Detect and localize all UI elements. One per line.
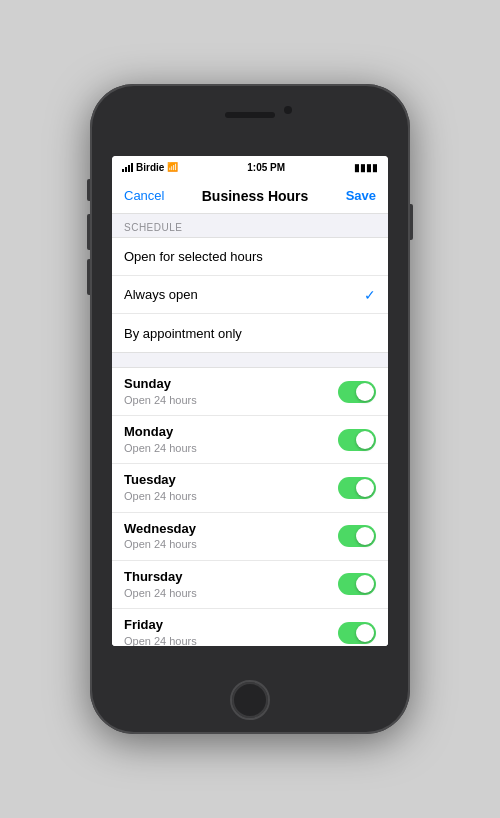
day-info-tuesday: Tuesday Open 24 hours bbox=[124, 472, 197, 503]
spacer-1 bbox=[112, 353, 388, 367]
day-row-monday[interactable]: Monday Open 24 hours bbox=[112, 416, 388, 464]
day-row-wednesday[interactable]: Wednesday Open 24 hours bbox=[112, 513, 388, 561]
day-hours-friday: Open 24 hours bbox=[124, 634, 197, 646]
day-name-sunday: Sunday bbox=[124, 376, 197, 393]
phone-screen: Birdie 📶 1:05 PM ▮▮▮▮ Cancel Business Ho… bbox=[112, 156, 388, 646]
toggle-monday[interactable] bbox=[338, 429, 376, 451]
list-item-open-selected[interactable]: Open for selected hours bbox=[112, 238, 388, 276]
status-left: Birdie 📶 bbox=[122, 162, 178, 173]
always-open-checkmark: ✓ bbox=[364, 287, 376, 303]
page-title: Business Hours bbox=[202, 188, 309, 204]
day-row-thursday[interactable]: Thursday Open 24 hours bbox=[112, 561, 388, 609]
carrier-label: Birdie bbox=[136, 162, 164, 173]
mute-button bbox=[87, 179, 90, 201]
screen-content: SCHEDULE Open for selected hours Always … bbox=[112, 214, 388, 646]
day-name-wednesday: Wednesday bbox=[124, 521, 197, 538]
day-info-friday: Friday Open 24 hours bbox=[124, 617, 197, 646]
schedule-section-label: SCHEDULE bbox=[112, 214, 388, 237]
day-hours-wednesday: Open 24 hours bbox=[124, 537, 197, 551]
day-row-tuesday[interactable]: Tuesday Open 24 hours bbox=[112, 464, 388, 512]
status-bar: Birdie 📶 1:05 PM ▮▮▮▮ bbox=[112, 156, 388, 178]
phone-device: Birdie 📶 1:05 PM ▮▮▮▮ Cancel Business Ho… bbox=[90, 84, 410, 734]
day-name-friday: Friday bbox=[124, 617, 197, 634]
day-name-thursday: Thursday bbox=[124, 569, 197, 586]
list-item-always-open[interactable]: Always open ✓ bbox=[112, 276, 388, 314]
list-item-by-appointment[interactable]: By appointment only bbox=[112, 314, 388, 352]
phone-camera bbox=[284, 106, 292, 114]
volume-down-button bbox=[87, 259, 90, 295]
day-hours-sunday: Open 24 hours bbox=[124, 393, 197, 407]
save-button[interactable]: Save bbox=[346, 188, 376, 203]
day-info-monday: Monday Open 24 hours bbox=[124, 424, 197, 455]
toggle-tuesday[interactable] bbox=[338, 477, 376, 499]
toggle-friday[interactable] bbox=[338, 622, 376, 644]
toggle-sunday[interactable] bbox=[338, 381, 376, 403]
time-label: 1:05 PM bbox=[247, 162, 285, 173]
schedule-options-group: Open for selected hours Always open ✓ By… bbox=[112, 237, 388, 353]
day-info-wednesday: Wednesday Open 24 hours bbox=[124, 521, 197, 552]
cancel-button[interactable]: Cancel bbox=[124, 188, 164, 203]
side-button-right bbox=[410, 204, 413, 240]
day-name-monday: Monday bbox=[124, 424, 197, 441]
toggle-thursday[interactable] bbox=[338, 573, 376, 595]
always-open-label: Always open bbox=[124, 287, 198, 302]
day-name-tuesday: Tuesday bbox=[124, 472, 197, 489]
phone-speaker bbox=[225, 112, 275, 118]
day-row-sunday[interactable]: Sunday Open 24 hours bbox=[112, 368, 388, 416]
day-row-friday[interactable]: Friday Open 24 hours bbox=[112, 609, 388, 646]
status-right: ▮▮▮▮ bbox=[354, 162, 378, 173]
open-selected-label: Open for selected hours bbox=[124, 249, 263, 264]
by-appointment-label: By appointment only bbox=[124, 326, 242, 341]
day-info-thursday: Thursday Open 24 hours bbox=[124, 569, 197, 600]
signal-icon bbox=[122, 163, 133, 172]
home-button[interactable] bbox=[230, 680, 270, 720]
day-info-sunday: Sunday Open 24 hours bbox=[124, 376, 197, 407]
day-hours-thursday: Open 24 hours bbox=[124, 586, 197, 600]
nav-bar: Cancel Business Hours Save bbox=[112, 178, 388, 214]
day-hours-tuesday: Open 24 hours bbox=[124, 489, 197, 503]
day-hours-monday: Open 24 hours bbox=[124, 441, 197, 455]
wifi-icon: 📶 bbox=[167, 162, 178, 172]
battery-icon: ▮▮▮▮ bbox=[354, 162, 378, 173]
volume-up-button bbox=[87, 214, 90, 250]
toggle-wednesday[interactable] bbox=[338, 525, 376, 547]
days-group: Sunday Open 24 hours Monday Open 24 hour… bbox=[112, 367, 388, 646]
